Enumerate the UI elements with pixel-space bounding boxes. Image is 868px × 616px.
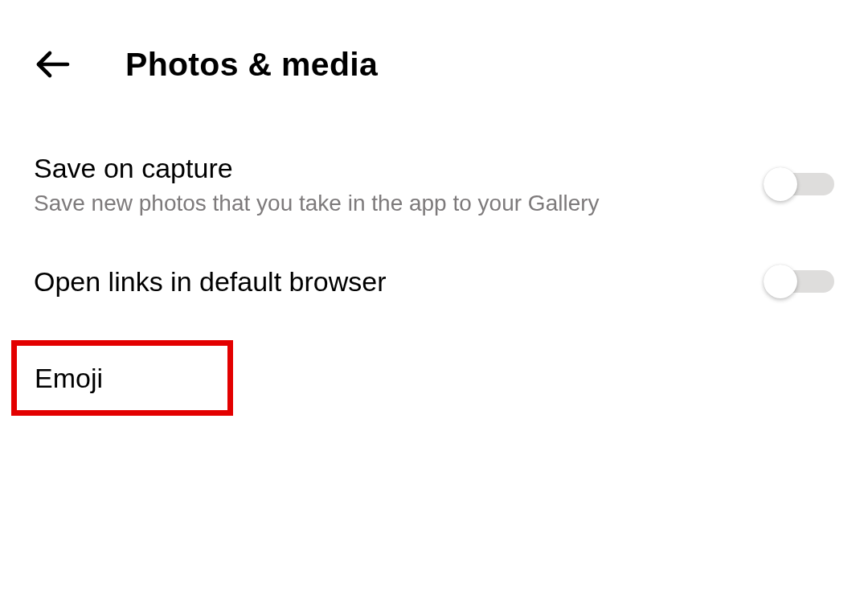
setting-title: Emoji bbox=[35, 363, 103, 394]
toggle-open-links[interactable] bbox=[764, 265, 834, 298]
page-title: Photos & media bbox=[125, 46, 378, 84]
toggle-thumb bbox=[764, 265, 797, 298]
header: Photos & media bbox=[0, 0, 868, 84]
settings-list: Save on capture Save new photos that you… bbox=[0, 151, 868, 416]
setting-subtitle: Save new photos that you take in the app… bbox=[34, 189, 600, 218]
back-button[interactable] bbox=[34, 45, 72, 84]
setting-title: Open links in default browser bbox=[34, 265, 386, 299]
setting-open-links[interactable]: Open links in default browser bbox=[34, 265, 834, 299]
setting-emoji[interactable]: Emoji bbox=[11, 340, 233, 416]
setting-title: Save on capture bbox=[34, 151, 600, 186]
setting-text-block: Save on capture Save new photos that you… bbox=[34, 151, 600, 218]
setting-save-on-capture[interactable]: Save on capture Save new photos that you… bbox=[34, 151, 834, 218]
toggle-thumb bbox=[764, 167, 797, 201]
toggle-save-on-capture[interactable] bbox=[764, 168, 834, 200]
arrow-left-icon bbox=[34, 45, 72, 84]
setting-text-block: Open links in default browser bbox=[34, 265, 386, 299]
